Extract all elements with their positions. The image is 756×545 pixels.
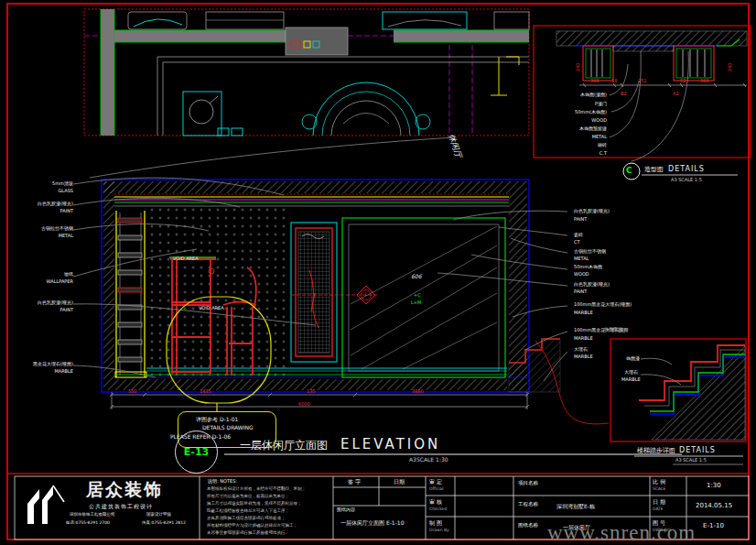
detail-a-label: METAL xyxy=(532,135,607,139)
material-label-en: PAINT xyxy=(2,308,73,312)
note-text: 隐蔽工程须经验收合格后方可进入下道工序； xyxy=(207,509,289,514)
field-label: 工程名称 xyxy=(518,502,538,507)
detail-b-scale: A3 SCALE 1:5 xyxy=(675,458,707,463)
sign-header: 签 字 xyxy=(348,479,361,485)
detail-a-label: 50mm(木饰面) xyxy=(532,110,607,114)
section-tag: A2 xyxy=(673,92,679,96)
dimension: 368 xyxy=(700,79,709,83)
meta-label-zh: 比 例 xyxy=(653,479,665,485)
company-info: 深圳市装饰工程有限公司 xyxy=(70,513,115,518)
note-line: DETAILS DRAWING xyxy=(202,425,254,431)
watermark: www.snren.com xyxy=(547,521,696,545)
material-label-zh: 100mm黑金花大理石踢脚 xyxy=(574,328,684,332)
dimension: 18 xyxy=(611,79,617,83)
green-note: +C xyxy=(414,293,421,298)
notes-header: 说明: NOTES: xyxy=(208,479,237,484)
dimension: 550 xyxy=(128,389,137,394)
detail-a-label: WOOD xyxy=(532,118,607,123)
detail-a-label: 木饰面预留缝 xyxy=(532,126,607,131)
dimension: 3880 xyxy=(412,389,424,394)
material-label-zh: 5mm清玻 xyxy=(2,181,73,186)
meta-label-en: SCALE xyxy=(653,487,665,492)
material-label-en: CT xyxy=(574,240,684,245)
material-label-en: METAL xyxy=(574,256,684,261)
diamond-marker-number: 1 xyxy=(364,292,367,297)
dimension: 135 xyxy=(307,389,316,394)
material-label-zh: 50mm木饰面 xyxy=(574,265,684,269)
company-fax: 传真:0755-8291 2812 xyxy=(142,521,186,526)
dimension: 251 xyxy=(638,79,647,83)
role-label-en: Checked xyxy=(429,507,447,512)
role-label-zh: 制 图 xyxy=(429,520,442,526)
meta-label-en: DATE xyxy=(653,507,664,512)
detail-a-marker: C xyxy=(626,167,632,175)
detail-a-label: P漆门 xyxy=(532,102,607,106)
material-label-en: PAINT xyxy=(2,209,73,213)
void-area-label: VOID AREA xyxy=(173,256,199,261)
elevation-marker: E-13 xyxy=(184,447,209,457)
cad-drawing-sheet: 休闲厅 木饰面(漆面) P漆门 50mm(木饰面) WOOD 木饰面预留缝 ME… xyxy=(0,0,756,545)
role-label-zh: 审 核 xyxy=(429,499,442,505)
detail-a-label: C.T xyxy=(532,151,607,156)
meta-label-zh: 日 期 xyxy=(653,499,665,505)
company-logo-icon xyxy=(27,485,64,524)
detail-b-label: 饰面漆 xyxy=(626,356,640,361)
note-text: 所有材料须经甲方与设计师确认封样后方可施工； xyxy=(207,524,297,529)
company-subtitle: 公共建筑装饰工程设计 xyxy=(89,504,153,509)
annotation-606: 606 xyxy=(411,274,421,279)
note-text: 水电及消防施工须符合国家现行规范标准； xyxy=(207,517,286,521)
content-label: 图纸内容 xyxy=(337,507,355,512)
field-value: 深圳湾别墅E-栋 xyxy=(556,504,595,509)
material-label-en: MARBLE xyxy=(2,369,73,374)
note-text: 施工尺寸以现场实际放样为准，发现不符及时反馈； xyxy=(207,502,302,507)
role-label-en: Drawn By xyxy=(429,529,449,533)
role-label-zh: 审 定 xyxy=(429,479,442,485)
section-tag: B2 xyxy=(621,92,627,96)
meta-value-date: 2014.05.15 xyxy=(696,503,732,509)
material-label-en: WALLPAPER xyxy=(2,279,73,284)
elevation-title-zh: 一层休闲厅立面图 xyxy=(240,440,328,451)
dimension: 1435 xyxy=(200,389,211,394)
material-label-zh: 大理石 xyxy=(574,347,684,352)
material-label-zh: 瓷砖 xyxy=(574,233,684,237)
note-text: 所有尺寸均以毫米为单位，标高以米为单位； xyxy=(207,495,289,499)
elevation-view xyxy=(73,178,609,424)
detail-a-label: 木饰面(漆面) xyxy=(532,93,607,97)
role-label-en: Official xyxy=(429,487,444,492)
material-label-zh: 古铜拉丝不锈钢 xyxy=(2,226,73,231)
dimension: 240 xyxy=(576,62,580,71)
detail-b-title-zh: 楼梯踏步详图 xyxy=(637,448,675,454)
detail-b-title-en: DETAILS xyxy=(679,447,716,454)
date-header: 日期 xyxy=(394,479,405,485)
detail-a-scale: A3 SCALE 1:5 xyxy=(671,178,702,182)
note-text: 未尽事宜参照国家现行施工及验收规范执行。 xyxy=(207,531,289,536)
material-label-zh: 古铜拉丝不锈钢 xyxy=(574,249,684,254)
note-text: 本图纸版权归设计方所有，未经许可不得翻印、复制； xyxy=(207,487,306,492)
material-label-zh: 墙纸 xyxy=(2,272,73,277)
detail-b-note: 饰面图例 xyxy=(604,327,622,332)
detail-b-label: MARBLE xyxy=(621,377,641,382)
material-label-zh: 白色乳胶漆(哑光) xyxy=(574,209,684,213)
material-label-en: WOOD xyxy=(574,272,684,277)
material-label-zh: 白色乳胶漆(哑光) xyxy=(2,300,73,305)
detail-a-title-en: DETAILS xyxy=(668,166,705,173)
material-label-en: METAL xyxy=(2,234,73,238)
company-info: 国家设计甲级 xyxy=(146,513,171,518)
detail-a-title-zh: 造型图 xyxy=(644,167,664,173)
meta-value-scale: 1:30 xyxy=(707,483,721,489)
material-label-en: MARBLE xyxy=(574,311,684,315)
content-value: 一层休闲厅立面图 E-1-10 xyxy=(340,520,404,526)
dimension-total: 6000 xyxy=(298,402,310,407)
material-label-zh: 100mm黑金花大理石(哑面) xyxy=(574,302,684,307)
company-name: 居众装饰 xyxy=(86,481,163,498)
meta-value-dwgno: E-1-10 xyxy=(703,523,724,529)
elevation-scale: A3SCALE 1:30 xyxy=(409,457,448,463)
material-label-en: PAINT xyxy=(574,217,684,222)
elevation-title-en: ELEVATION xyxy=(340,438,440,452)
material-label-zh: 白色乳胶漆(哑光) xyxy=(574,282,684,287)
material-label-zh: 白色乳胶漆(哑光) xyxy=(2,202,73,206)
field-label: 图纸名称 xyxy=(518,523,538,529)
material-label-en: PAINT xyxy=(574,289,684,294)
dimension: 240 xyxy=(728,62,732,71)
dimension: 52 xyxy=(680,79,686,83)
